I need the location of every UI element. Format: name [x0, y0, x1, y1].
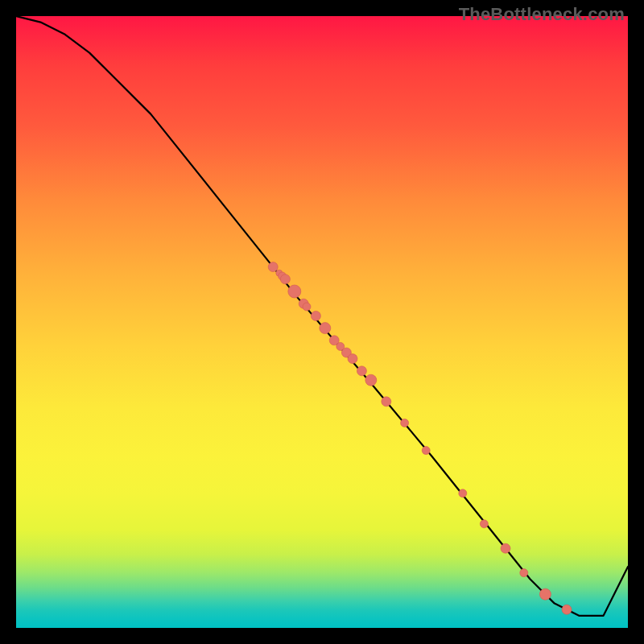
chart-frame: TheBottleneck.com	[0, 0, 644, 644]
watermark-text: TheBottleneck.com	[459, 4, 625, 25]
plot-background	[16, 16, 628, 628]
